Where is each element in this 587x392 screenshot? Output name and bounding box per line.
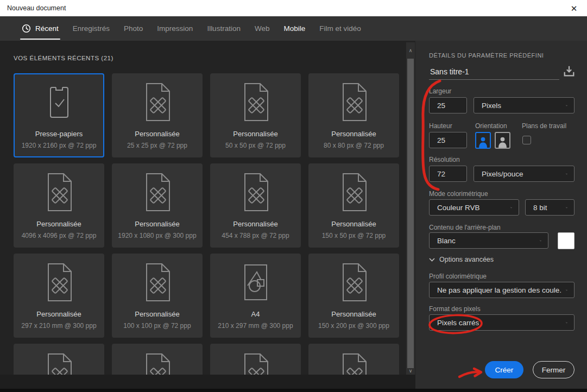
scroll-down-icon[interactable]: ∨ [406, 367, 415, 375]
save-preset-button[interactable] [561, 64, 577, 79]
dialog-bottom-edge [0, 389, 587, 392]
chevron-down-icon [561, 206, 567, 210]
scrollbar-thumb[interactable] [407, 59, 414, 368]
preset-icon [142, 82, 173, 122]
tab-film-video[interactable]: Film et vidéo [312, 16, 368, 41]
custom-document-icon [44, 353, 74, 375]
preset-card[interactable]: Presse-papiers 1920 x 2160 px @ 72 ppp [14, 73, 104, 157]
preset-card[interactable]: Personnalisée 80 x 80 px @ 72 ppp [308, 73, 399, 157]
chevron-down-icon [561, 321, 567, 325]
preset-dimensions: 25 x 25 px @ 72 ppp [127, 142, 187, 149]
preset-card[interactable] [14, 344, 104, 375]
color-mode-select[interactable]: Couleur RVB [429, 199, 519, 216]
preset-dimensions: 4096 x 4096 px @ 72 ppp [22, 232, 97, 239]
dialog-title: Nouveau document [7, 4, 66, 12]
custom-document-icon [44, 263, 74, 302]
height-input[interactable] [429, 132, 467, 148]
width-input[interactable] [429, 97, 467, 113]
preset-card[interactable] [210, 344, 301, 375]
preset-grid-viewport: VOS ÉLÉMENTS RÉCENTS (21) [0, 41, 406, 375]
preset-details-panel: DÉTAILS DU PARAMÈTRE PRÉDÉFINI Sans titr… [415, 41, 587, 392]
tab-print[interactable]: Impression [150, 16, 200, 41]
tab-bar: Récent Enregistrés Photo Impression Illu… [0, 16, 587, 41]
close-icon[interactable]: ✕ [568, 4, 580, 12]
document-name-field[interactable]: Sans titre-1 [429, 64, 559, 80]
custom-document-icon [241, 353, 271, 375]
tab-saved[interactable]: Enregistrés [66, 16, 117, 41]
preset-icon [44, 352, 74, 375]
preset-icon [339, 262, 369, 302]
tab-illustration[interactable]: Illustration [200, 16, 248, 41]
tab-mobile[interactable]: Mobile [276, 16, 312, 41]
preset-grid: Presse-papiers 1920 x 2160 px @ 72 ppp [14, 73, 399, 375]
preset-card[interactable]: Personnalisée 454 x 788 px @ 72 ppp [210, 163, 301, 248]
preset-icon [339, 352, 369, 375]
preset-card[interactable]: Personnalisée 4096 x 4096 px @ 72 ppp [14, 163, 104, 248]
preset-card[interactable]: A4 210 x 297 mm @ 300 ppp [210, 254, 301, 338]
orientation-label: Orientation [475, 122, 507, 130]
artboards-label: Plans de travail [522, 122, 566, 130]
preset-name: Personnalisée [36, 310, 81, 318]
preset-card[interactable]: Personnalisée 1920 x 1080 px @ 300 ppp [112, 163, 203, 248]
pixel-aspect-select[interactable]: Pixels carrés [429, 314, 575, 331]
preset-card[interactable]: Personnalisée 25 x 25 px @ 72 ppp [112, 73, 203, 157]
preset-name: A4 [251, 310, 260, 318]
advanced-options-toggle[interactable]: Options avancées [429, 256, 494, 263]
preset-card[interactable]: Personnalisée 297 x 210 mm @ 300 ppp [14, 254, 104, 338]
bit-depth-select[interactable]: 8 bit [525, 199, 575, 216]
orientation-portrait-button[interactable] [475, 132, 491, 149]
resolution-input[interactable] [429, 166, 467, 182]
preset-icon [241, 352, 271, 375]
create-button[interactable]: Créer [485, 361, 523, 378]
preset-name: Personnalisée [135, 220, 179, 228]
preset-card[interactable]: Personnalisée 150 x 200 px @ 300 ppp [308, 254, 399, 338]
color-profile-select[interactable]: Ne pas appliquer la gestion des coule... [429, 282, 575, 298]
preset-icon [241, 82, 271, 122]
background-contents-select[interactable]: Blanc [429, 232, 548, 249]
dialog-actions: Créer Fermer [429, 361, 575, 378]
pixel-aspect-label: Format des pixels [429, 305, 481, 313]
custom-document-icon [142, 353, 173, 375]
tab-label: Récent [35, 24, 59, 33]
preset-card[interactable] [308, 344, 399, 375]
width-unit-select[interactable]: Pixels [474, 97, 575, 113]
scroll-up-icon[interactable]: ∧ [406, 47, 415, 54]
custom-document-icon [44, 173, 74, 212]
color-profile-label: Profil colorimétrique [429, 273, 487, 280]
tab-recent[interactable]: Récent [15, 16, 66, 41]
orientation-landscape-button[interactable] [495, 132, 510, 149]
background-contents-label: Contenu de l'arrière-plan [429, 224, 501, 231]
preset-icon [339, 172, 369, 212]
chevron-down-icon [535, 239, 541, 243]
preset-dimensions: 80 x 80 px @ 72 ppp [324, 142, 384, 149]
custom-document-icon [142, 83, 173, 122]
preset-icon [241, 172, 271, 212]
color-mode-label: Mode colorimétrique [429, 190, 488, 198]
resolution-unit-select[interactable]: Pixels/pouce [474, 166, 575, 182]
preset-icon [142, 352, 173, 375]
preset-dimensions: 150 x 50 px @ 72 ppp [322, 232, 386, 239]
scrollbar[interactable]: ∧ ∨ [406, 42, 415, 375]
artboards-checkbox[interactable] [522, 136, 531, 144]
preset-dimensions: 1920 x 2160 px @ 72 ppp [22, 142, 97, 149]
preset-dimensions: 100 x 100 px @ 72 ppp [123, 322, 191, 330]
tab-web[interactable]: Web [248, 16, 277, 41]
recent-items-heading: VOS ÉLÉMENTS RÉCENTS (21) [14, 55, 113, 61]
background-color-swatch[interactable] [558, 232, 575, 249]
preset-card[interactable]: Personnalisée 100 x 100 px @ 72 ppp [112, 254, 203, 338]
custom-document-icon [339, 83, 369, 122]
height-label: Hauteur [429, 122, 452, 130]
preset-dimensions: 297 x 210 mm @ 300 ppp [21, 322, 96, 330]
custom-document-icon [241, 83, 271, 122]
preset-name: Personnalisée [331, 220, 376, 228]
custom-document-icon [241, 173, 271, 212]
preset-dimensions: 1920 x 1080 px @ 300 ppp [118, 232, 196, 239]
title-bar: Nouveau document ✕ [0, 0, 587, 16]
tab-photo[interactable]: Photo [117, 16, 150, 41]
preset-dimensions: 150 x 200 px @ 300 ppp [318, 322, 389, 330]
preset-card[interactable] [112, 344, 203, 375]
preset-card[interactable]: Personnalisée 150 x 50 px @ 72 ppp [308, 163, 399, 248]
chevron-down-icon [429, 258, 435, 262]
close-button[interactable]: Fermer [533, 361, 575, 378]
preset-card[interactable]: Personnalisée 50 x 50 px @ 72 ppp [210, 73, 301, 157]
